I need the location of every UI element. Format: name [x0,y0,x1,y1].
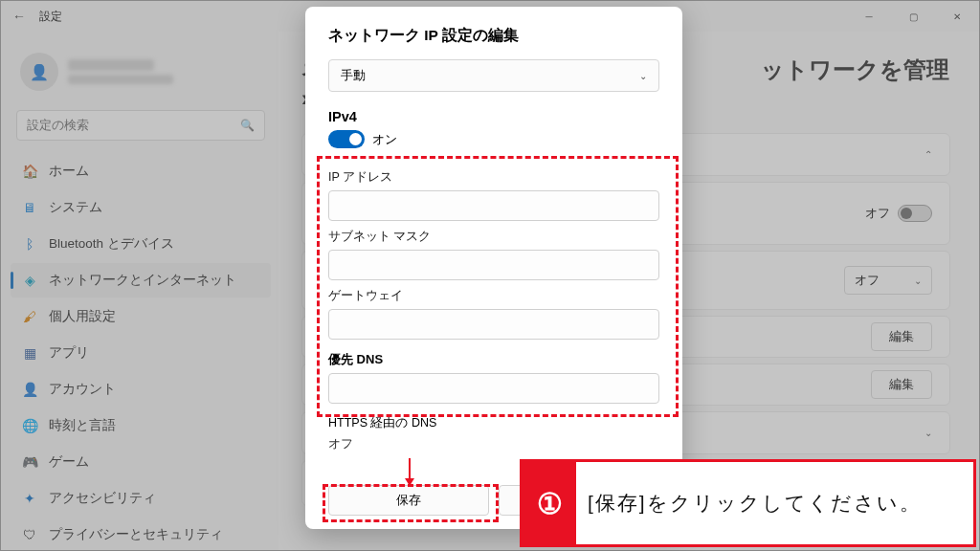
ipv4-heading: IPv4 [328,109,659,124]
save-button[interactable]: 保存 [328,485,489,516]
profile-email-redacted [68,75,173,84]
callout-text: [保存]をクリックしてください。 [576,462,973,544]
window-title: 設定 [39,9,62,25]
https-dns-value: オフ [328,435,659,452]
close-button[interactable]: ✕ [935,1,979,32]
ipv4-toggle[interactable] [328,130,365,148]
shield-icon: 🛡 [22,527,37,542]
sidebar-item-network[interactable]: ◈ネットワークとインターネット [11,263,271,298]
profile-block[interactable]: 👤 [11,43,271,106]
person-icon: 👤 [22,382,37,397]
accessibility-icon: ✦ [22,491,37,506]
sidebar-item-accessibility[interactable]: ✦アクセシビリティ [11,481,271,516]
edit-button-1[interactable]: 編集 [871,322,932,351]
sidebar-item-system[interactable]: 🖥システム [11,190,271,225]
ip-address-input[interactable] [328,190,659,221]
subnet-label: サブネット マスク [328,229,659,245]
nav-list: 🏠ホーム 🖥システム ᛒBluetooth とデバイス ◈ネットワークとインター… [11,154,271,551]
edit-button-2[interactable]: 編集 [871,370,932,399]
search-input[interactable]: 設定の検索 🔍 [16,110,265,141]
chevron-down-icon: ⌄ [914,276,922,286]
ip-label: IP アドレス [328,169,659,186]
sidebar: 👤 設定の検索 🔍 🏠ホーム 🖥システム ᛒBluetooth とデバイス ◈ネ… [1,32,278,550]
profile-name-redacted [68,59,154,71]
brush-icon: 🖌 [22,309,37,324]
sidebar-item-time[interactable]: 🌐時刻と言語 [11,408,271,443]
network-icon: ◈ [22,273,37,288]
system-icon: 🖥 [22,200,37,215]
mode-dropdown[interactable]: 手動 ⌄ [328,59,659,92]
search-icon: 🔍 [240,119,255,132]
chevron-down-icon: ⌄ [639,71,647,81]
chevron-up-icon: ⌃ [924,149,932,160]
sidebar-item-privacy[interactable]: 🛡プライバシーとセキュリティ [11,518,271,551]
globe-icon: 🌐 [22,418,37,433]
preferred-dns-input[interactable] [328,373,659,404]
bluetooth-icon: ᛒ [22,236,37,252]
search-placeholder: 設定の検索 [27,117,89,134]
minimize-button[interactable]: ─ [847,1,891,32]
dns-label: 優先 DNS [328,351,659,368]
sidebar-item-personalization[interactable]: 🖌個人用設定 [11,299,271,334]
sidebar-item-home[interactable]: 🏠ホーム [11,154,271,188]
instruction-callout: ① [保存]をクリックしてください。 [520,459,976,547]
sidebar-item-apps[interactable]: ▦アプリ [11,336,271,370]
maximize-button[interactable]: ▢ [891,1,935,32]
toggle-off[interactable] [898,205,932,222]
https-dns-label: HTTPS 経由の DNS [328,415,659,431]
callout-number: ① [523,462,576,544]
settings-window: ← 設定 ─ ▢ ✕ 👤 設定の検索 🔍 🏠ホーム 🖥シス [0,0,980,551]
gateway-label: ゲートウェイ [328,288,659,304]
back-icon[interactable]: ← [12,9,26,24]
subnet-mask-input[interactable] [328,250,659,280]
dialog-title: ネットワーク IP 設定の編集 [328,26,659,46]
dropdown-off[interactable]: オフ ⌄ [844,266,932,295]
sidebar-item-bluetooth[interactable]: ᛒBluetooth とデバイス [11,227,271,261]
apps-icon: ▦ [22,345,37,361]
annotation-arrow [409,458,411,485]
sidebar-item-account[interactable]: 👤アカウント [11,372,271,407]
sidebar-item-game[interactable]: 🎮ゲーム [11,445,271,479]
gamepad-icon: 🎮 [22,454,37,470]
gateway-input[interactable] [328,309,659,340]
chevron-down-icon: ⌄ [924,428,932,438]
ipv4-toggle-label: オン [372,131,397,148]
ip-settings-dialog: ネットワーク IP 設定の編集 手動 ⌄ IPv4 オン IP アドレス サブネ… [305,7,682,529]
home-icon: 🏠 [22,164,37,179]
avatar-icon: 👤 [20,53,58,91]
